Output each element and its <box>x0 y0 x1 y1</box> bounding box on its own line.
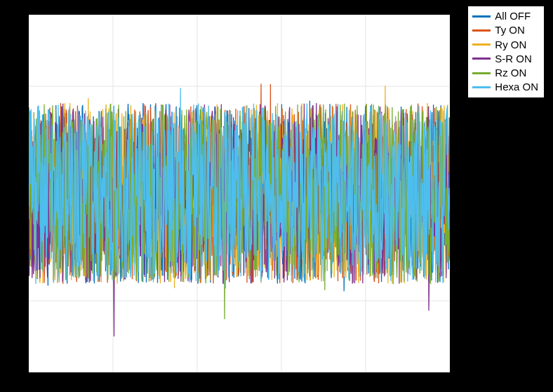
chart-series <box>29 84 450 337</box>
legend-label: Ty ON <box>495 23 525 37</box>
legend-swatch <box>472 15 491 18</box>
legend-swatch <box>472 58 491 60</box>
legend-label: Ry ON <box>495 38 526 52</box>
legend-label: Rz ON <box>495 66 526 80</box>
legend-label: S-R ON <box>495 52 532 66</box>
legend-swatch <box>472 72 491 74</box>
legend-label: All OFF <box>495 9 531 23</box>
legend-item: Ry ON <box>472 38 538 52</box>
chart-axes <box>28 14 451 373</box>
legend-swatch <box>472 29 491 32</box>
legend: All OFF Ty ON Ry ON S-R ON Rz ON Hexa ON <box>467 6 545 98</box>
legend-swatch <box>472 86 491 88</box>
chart-canvas <box>29 15 450 372</box>
legend-item: All OFF <box>472 9 538 23</box>
legend-item: S-R ON <box>472 52 538 66</box>
legend-swatch <box>472 43 491 46</box>
legend-item: Hexa ON <box>472 80 538 94</box>
legend-item: Rz ON <box>472 66 538 80</box>
legend-item: Ty ON <box>472 23 538 37</box>
legend-label: Hexa ON <box>495 80 538 94</box>
